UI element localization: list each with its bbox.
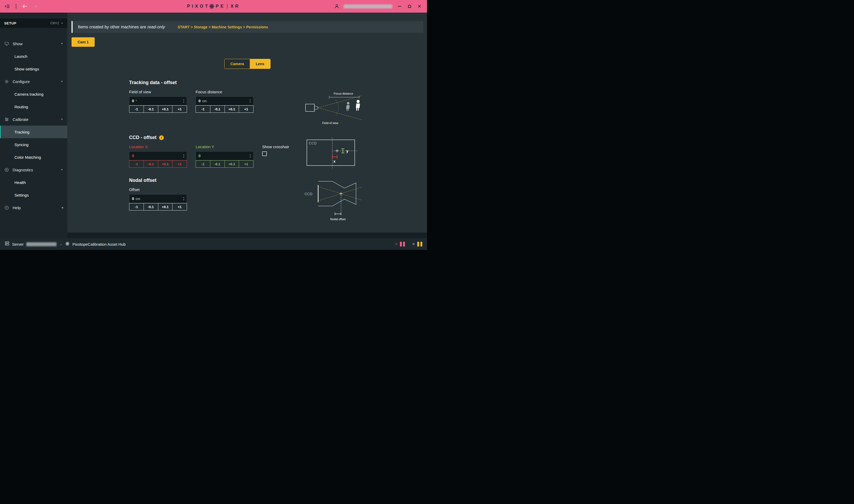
- step-plus-0-1-button[interactable]: +0.1: [225, 105, 239, 113]
- status-bar-yellow: [420, 242, 422, 247]
- location-y-field: Location Y 0 ▲▼ -1 -0.1 +0.1 +1: [196, 145, 254, 168]
- spinner-arrows[interactable]: ▲▼: [249, 97, 251, 105]
- forward-arrow-icon[interactable]: [33, 4, 38, 8]
- step-minus-1-button[interactable]: -1: [196, 105, 210, 113]
- tab-camera[interactable]: Camera: [225, 59, 250, 69]
- step-plus-1-button[interactable]: +1: [172, 160, 187, 168]
- asset-hub-label[interactable]: PixotopeCalibration Asset Hub: [72, 242, 126, 247]
- sidebar-section-help[interactable]: ? Help ◀: [0, 201, 67, 214]
- focus-distance-field: Focus distance 0 cm ▲▼ -1 -0.1 +0.1 +1: [196, 90, 254, 113]
- step-plus-0-1-button[interactable]: +0.1: [225, 160, 239, 168]
- help-icon: ?: [4, 205, 9, 210]
- chevron-down-icon: ▼: [61, 168, 63, 171]
- location-x-input[interactable]: 0 ▲▼: [129, 151, 187, 160]
- step-minus-0-1-button[interactable]: -0.1: [210, 105, 225, 113]
- titlebar: PIXOT PE XR ✕: [0, 0, 427, 13]
- focus-distance-steppers: -1 -0.1 +0.1 +1: [196, 105, 254, 113]
- field-of-view-input[interactable]: 0 ° ▲▼: [129, 96, 187, 105]
- user-email-redacted: [344, 4, 392, 8]
- status-x-gray-icon[interactable]: ✕: [412, 242, 415, 247]
- step-plus-1-button[interactable]: +1: [172, 105, 187, 113]
- cam-1-button[interactable]: Cam 1: [71, 37, 95, 47]
- show-crosshair-checkbox[interactable]: [262, 151, 267, 156]
- step-minus-0-1-button[interactable]: -0.1: [210, 160, 225, 168]
- gear-icon: [4, 79, 9, 84]
- chevron-down-icon: ▼: [61, 80, 63, 83]
- pixotope-atom-icon: [209, 3, 214, 9]
- nodal-offset-field: Offset 0 cm ▲▼ -1 -0.1 +0.1 +1: [129, 187, 187, 211]
- field-of-view-diagram: Focus distance Field of view: [304, 91, 364, 126]
- chevron-down-icon: ▼: [61, 22, 63, 24]
- step-minus-0-1-button[interactable]: -0.1: [143, 105, 158, 113]
- camera-lens-toggle: Camera Lens: [224, 59, 271, 69]
- logo-divider: [227, 4, 227, 9]
- step-minus-0-1-button[interactable]: -0.1: [143, 203, 158, 211]
- ccd-offset-title: CCD - offset i: [129, 135, 303, 140]
- chevron-right-icon: ›: [60, 242, 62, 247]
- spinner-arrows[interactable]: ▲▼: [249, 151, 251, 160]
- step-plus-0-1-button[interactable]: +0.1: [158, 160, 173, 168]
- spinner-arrows[interactable]: ▲▼: [183, 195, 185, 203]
- sidebar-item-color-matching[interactable]: Color Matching: [0, 151, 67, 163]
- logo-text-left: PIXOT: [187, 4, 210, 9]
- sidebar-item-tracking[interactable]: Tracking: [0, 126, 67, 138]
- sidebar-item-health[interactable]: Health: [0, 176, 67, 189]
- setup-label: SETUP: [4, 21, 16, 25]
- location-x-field: Location X 0 ▲▼ -1 -0.1 +0.1 +1: [129, 145, 187, 168]
- step-minus-1-button[interactable]: -1: [129, 105, 144, 113]
- location-x-steppers: -1 -0.1 +0.1 +1: [129, 160, 187, 168]
- sidebar-item-routing[interactable]: Routing: [0, 101, 67, 113]
- sidebar-item-settings[interactable]: Settings: [0, 189, 67, 201]
- sidebar-section-diagnostics[interactable]: Diagnostics ▼: [0, 163, 67, 176]
- chevron-down-icon: ▼: [61, 118, 63, 121]
- user-account-icon[interactable]: [334, 4, 339, 9]
- breadcrumb[interactable]: START > Storage > Machine Settings > Per…: [177, 25, 268, 29]
- sidebar-item-syncing[interactable]: Syncing: [0, 138, 67, 151]
- sidebar-item-camera-tracking[interactable]: Camera tracking: [0, 88, 67, 101]
- server-label: Server: [12, 242, 24, 247]
- spinner-arrows[interactable]: ▲▼: [183, 151, 185, 160]
- step-plus-1-button[interactable]: +1: [239, 160, 254, 168]
- pixotope-atom-icon: [65, 241, 70, 247]
- close-button[interactable]: ✕: [417, 3, 422, 9]
- offset-input[interactable]: 0 cm ▲▼: [129, 194, 187, 203]
- back-arrow-icon[interactable]: [22, 4, 27, 8]
- kebab-menu-icon[interactable]: [15, 4, 17, 9]
- focus-distance-input[interactable]: 0 cm ▲▼: [196, 96, 254, 105]
- step-plus-1-button[interactable]: +1: [172, 203, 187, 211]
- show-crosshair-label: Show crosshair: [262, 145, 299, 149]
- show-icon: [4, 41, 9, 46]
- minimize-button[interactable]: [397, 3, 402, 9]
- collapse-sidebar-icon[interactable]: [5, 4, 10, 9]
- step-plus-0-1-button[interactable]: +0.1: [158, 105, 173, 113]
- step-minus-1-button[interactable]: -1: [196, 160, 210, 168]
- sidebar-section-calibrate[interactable]: Calibrate ▼: [0, 113, 67, 126]
- field-of-view-label: Field of view: [129, 90, 187, 94]
- readonly-notice-text: Items created by other machines areread-…: [78, 25, 165, 30]
- step-plus-0-1-button[interactable]: +0.1: [158, 203, 173, 211]
- step-plus-1-button[interactable]: +1: [239, 105, 254, 113]
- setup-selector[interactable]: SETUP Ctrl+2 ▼: [0, 18, 67, 28]
- maximize-button[interactable]: [406, 3, 412, 9]
- step-minus-0-1-button[interactable]: -0.1: [143, 160, 158, 168]
- product-label: XR: [231, 4, 240, 9]
- app-logo: PIXOT PE XR: [187, 3, 240, 9]
- svg-text:Focus distance: Focus distance: [334, 92, 353, 95]
- readonly-notice-bar: Items created by other machines areread-…: [71, 21, 423, 33]
- info-icon[interactable]: i: [159, 135, 164, 140]
- sidebar-section-configure[interactable]: Configure ▼: [0, 75, 67, 88]
- sidebar-section-show[interactable]: Show ▼: [0, 37, 67, 50]
- server-icon: [5, 241, 10, 247]
- tab-lens[interactable]: Lens: [250, 59, 270, 69]
- spinner-arrows[interactable]: ▲▼: [183, 97, 185, 105]
- status-x-red-icon[interactable]: ✕: [395, 242, 398, 247]
- step-minus-1-button[interactable]: -1: [129, 203, 144, 211]
- location-y-input[interactable]: 0 ▲▼: [196, 151, 254, 160]
- sidebar-item-launch[interactable]: Launch: [0, 50, 67, 62]
- sidebar-item-show-settings[interactable]: Show settings: [0, 62, 67, 75]
- nodal-offset-title: Nodal offset: [129, 178, 303, 183]
- field-of-view-steppers: -1 -0.1 +0.1 +1: [129, 105, 187, 113]
- step-minus-1-button[interactable]: -1: [129, 160, 144, 168]
- setup-shortcut: Ctrl+2: [51, 21, 59, 25]
- location-y-steppers: -1 -0.1 +0.1 +1: [196, 160, 254, 168]
